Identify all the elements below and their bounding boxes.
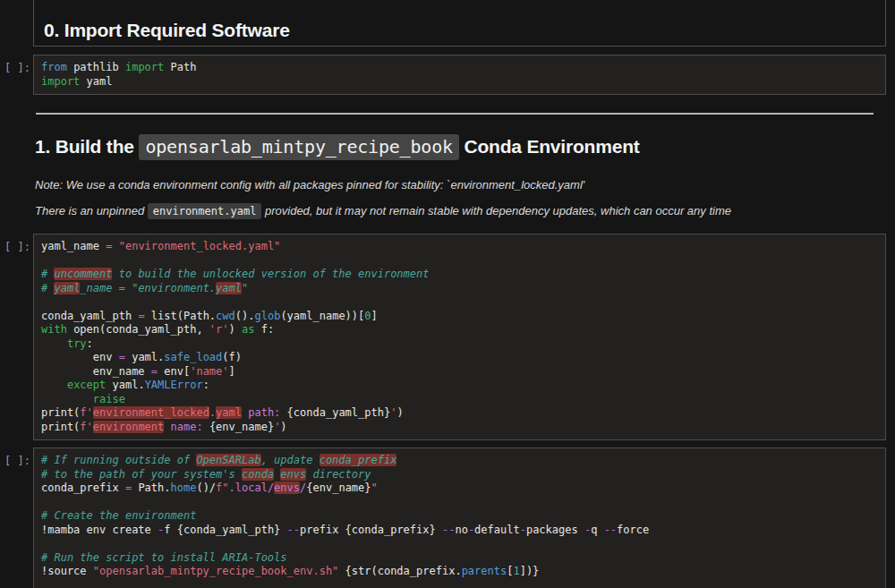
note-unpinned-pre: There is an unpinned	[35, 204, 148, 217]
code-token: "opensarlab_mintpy_recipe_book_env.sh"	[93, 565, 339, 577]
code-line: !source "opensarlab_mintpy_recipe_book_e…	[41, 565, 878, 579]
code-token: import	[41, 75, 80, 88]
code-token: ().	[235, 310, 255, 322]
code-line: # uncomment to build the unlocked versio…	[41, 268, 878, 282]
code-token: yaml	[80, 75, 112, 88]
section-divider	[36, 113, 874, 115]
execution-prompt: [ ]:	[0, 447, 33, 588]
code-line	[41, 496, 878, 510]
code-token: Path.	[132, 481, 170, 494]
code-token: "	[371, 481, 378, 494]
code-token: 1	[513, 565, 519, 577]
code-token: env	[41, 351, 119, 363]
code-cell-row-build-yaml: [ ]: yaml_name = "environment_locked.yam…	[0, 234, 895, 440]
code-cell-create-env-editor[interactable]: # If running outside of OpenSARLab, upda…	[33, 447, 886, 588]
code-line: conda_prefix = Path.home()/f".local/envs…	[41, 481, 878, 496]
code-line: # yaml_name = "environment.yaml"	[41, 282, 878, 296]
code-token: from	[41, 61, 67, 73]
code-cell-imports-editor[interactable]: from pathlib import Pathimport yaml	[33, 55, 886, 95]
code-line: print(f'environment name: {env_name}')	[41, 421, 878, 435]
code-line: import yaml	[41, 75, 878, 89]
code-cell-row-imports: [ ]: from pathlib import Pathimport yaml	[0, 55, 895, 95]
code-token: f"	[216, 481, 228, 494]
code-token: env[	[158, 365, 190, 378]
code-token: to build the unlocked version of the env…	[112, 268, 429, 280]
inline-code-environment-yaml: environment.yaml	[148, 203, 262, 219]
code-token: as	[242, 323, 254, 336]
code-token: yaml.	[106, 379, 144, 391]
code-token: prefix {conda_prefix}	[300, 524, 442, 536]
execution-prompt: [ ]:	[0, 55, 33, 95]
code-token: envs	[280, 468, 306, 481]
code-token: {env_name}	[306, 481, 371, 494]
code-token: YAMLError	[145, 379, 203, 391]
code-line: !mamba env create -f {conda_yaml_pth} --…	[41, 524, 878, 538]
code-line: conda_yaml_pth = list(Path.cwd().glob(ya…	[41, 310, 878, 324]
code-token: safe_load	[164, 351, 222, 363]
code-token: raise	[93, 393, 125, 405]
code-line: print(f'environment_locked.yaml path: {c…	[41, 406, 878, 421]
code-token: ]	[371, 310, 378, 322]
note-unpinned: There is an unpinned environment.yaml pr…	[35, 204, 886, 218]
code-line	[41, 254, 878, 268]
markdown-cell-import: 0. Import Required Software	[0, 0, 895, 47]
code-cell-build-yaml-editor[interactable]: yaml_name = "environment_locked.yaml" # …	[33, 234, 886, 440]
code-token: # Create the environment	[41, 509, 196, 522]
code-token: glob	[254, 310, 280, 322]
code-token: print(	[41, 406, 80, 419]
markdown-cell-import-box[interactable]: 0. Import Required Software	[33, 0, 886, 47]
code-token: f'	[80, 406, 92, 419]
code-token: _name = "environment.	[80, 282, 216, 294]
code-token: 'r'	[209, 323, 229, 336]
code-token: 0	[364, 310, 371, 322]
code-token: f:	[254, 323, 274, 336]
code-token: )	[396, 406, 403, 419]
code-token: =	[138, 310, 144, 322]
code-token	[41, 379, 67, 391]
cell-gutter	[0, 95, 33, 218]
code-token: , update	[261, 454, 320, 466]
code-line: from pathlib import Path	[41, 61, 878, 75]
code-token: open(conda_yaml_pth,	[67, 323, 209, 336]
code-token: .local/	[229, 481, 275, 494]
code-token: OpenSARLab	[196, 454, 260, 466]
code-token: ()/	[196, 481, 216, 494]
note-stability: Note: We use a conda environment config …	[35, 178, 886, 192]
code-token: name:	[164, 421, 209, 433]
code-line: yaml_name = "environment_locked.yaml"	[41, 240, 878, 254]
code-token: except	[67, 379, 106, 391]
code-token: =	[151, 365, 158, 378]
code-token: q	[591, 524, 603, 536]
code-token: :	[87, 337, 93, 350]
code-token: # If running outside of	[41, 454, 196, 466]
markdown-cell-build-env-body[interactable]: 1. Build the opensarlab_mintpy_recipe_bo…	[33, 95, 886, 218]
code-token: # to the path of your system's	[41, 468, 242, 481]
code-token: ]	[229, 365, 235, 378]
code-token: #	[41, 282, 54, 294]
code-token: parents	[462, 565, 507, 577]
code-token: packages	[526, 524, 584, 536]
code-token: (f)	[222, 351, 242, 363]
code-token: yaml	[216, 282, 242, 294]
code-line: # Create the environment	[41, 509, 878, 524]
code-token: # Run the script to install ARIA-Tools	[41, 551, 287, 564]
code-token: )	[280, 421, 286, 433]
code-token: !source	[41, 565, 93, 577]
code-token: environment	[93, 421, 164, 433]
code-token: {str(conda_prefix.	[338, 565, 461, 577]
code-line	[41, 579, 878, 588]
code-token: no	[455, 524, 467, 536]
code-token: .	[209, 406, 216, 419]
code-token: print(	[41, 421, 80, 433]
code-line: env = yaml.safe_load(f)	[41, 351, 878, 365]
code-token: environment_locked	[93, 406, 209, 419]
code-token: (yaml_name))[	[280, 310, 364, 322]
code-token: f {conda_yaml_pth}	[164, 524, 286, 536]
code-token: yaml_name	[41, 240, 106, 252]
code-token	[112, 240, 118, 252]
code-token: f'	[80, 421, 92, 433]
code-token: Path	[164, 61, 196, 73]
code-token: yaml.	[125, 351, 164, 363]
execution-prompt: [ ]:	[0, 234, 33, 440]
code-token: with	[41, 323, 67, 336]
